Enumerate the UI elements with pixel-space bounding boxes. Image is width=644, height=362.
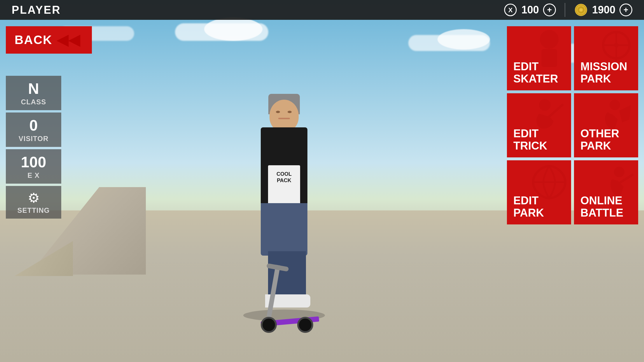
edit-skater-tile[interactable]: EDIT SKATER <box>507 26 571 90</box>
edit-skater-label: EDIT SKATER <box>513 61 565 85</box>
back-arrow-icon: ◀◀ <box>57 31 80 48</box>
svg-line-13 <box>549 105 562 117</box>
edit-trick-label: EDIT TRICK <box>513 128 565 152</box>
mission-park-tile[interactable]: MISSION PARK <box>574 26 638 90</box>
edit-park-tile[interactable]: EDIT PARK <box>507 160 571 224</box>
edit-trick-tile[interactable]: EDIT TRICK <box>507 93 571 157</box>
ex-value: 100 <box>522 4 539 16</box>
ex-currency-group: X 100 + <box>503 3 556 17</box>
stat-visitor: 0 VISITOR <box>6 113 61 147</box>
online-battle-label: ONLINE BATTLE <box>580 195 632 219</box>
page-title: PLAYER <box>12 4 61 16</box>
header-bar: PLAYER X 100 + 1900 + <box>0 0 644 20</box>
stat-setting[interactable]: ⚙ SETTING <box>6 186 61 219</box>
stat-class: N CLASS <box>6 76 61 110</box>
setting-label: SETTING <box>17 206 50 215</box>
online-battle-tile[interactable]: ONLINE BATTLE <box>574 160 638 224</box>
svg-point-4 <box>579 8 583 12</box>
scooter <box>261 263 319 333</box>
other-park-label: OTHER PARK <box>580 128 632 152</box>
scooter-wheel-front <box>261 317 277 333</box>
mission-park-label: MISSION PARK <box>580 61 632 85</box>
other-park-tile[interactable]: OTHER PARK <box>574 93 638 157</box>
scooter-stem <box>267 265 280 317</box>
coin-value: 1900 <box>592 4 615 16</box>
header-right: X 100 + 1900 + <box>503 3 632 17</box>
currency-separator <box>565 3 565 17</box>
svg-point-12 <box>539 99 551 111</box>
back-label: BACK <box>15 33 52 47</box>
stat-ex: 100 E X <box>6 149 61 184</box>
ex-icon: X <box>503 3 517 17</box>
ex-stat-label: E X <box>27 171 40 180</box>
back-button[interactable]: BACK ◀◀ <box>6 26 92 54</box>
skater-display: COOLPACK <box>64 20 504 362</box>
char-shorts <box>261 203 307 256</box>
char-head <box>270 100 299 132</box>
svg-point-10 <box>614 43 619 48</box>
add-coin-button[interactable]: + <box>620 3 632 16</box>
add-ex-button[interactable]: + <box>543 3 556 16</box>
char-jacket: COOLPACK <box>261 127 307 203</box>
gear-icon: ⚙ <box>28 191 40 205</box>
class-value: N <box>28 81 39 96</box>
player-character: COOLPACK <box>229 100 340 339</box>
visitor-value: 0 <box>29 118 38 133</box>
svg-point-5 <box>541 31 557 48</box>
edit-park-label: EDIT PARK <box>513 195 565 219</box>
coin-icon <box>574 3 588 17</box>
ex-stat-value: 100 <box>21 154 46 170</box>
scooter-handlebar <box>266 263 289 272</box>
visitor-label: VISITOR <box>19 135 49 143</box>
class-label: CLASS <box>21 98 46 106</box>
svg-point-14 <box>610 100 620 110</box>
coin-currency-group: 1900 + <box>574 3 632 17</box>
scooter-wheel-rear <box>297 317 313 333</box>
menu-grid: EDIT SKATER MISSION PARK <box>507 26 638 224</box>
svg-point-16 <box>614 167 624 177</box>
svg-text:X: X <box>508 6 512 14</box>
stats-panel: N CLASS 0 VISITOR 100 E X ⚙ SETTING <box>6 76 61 219</box>
